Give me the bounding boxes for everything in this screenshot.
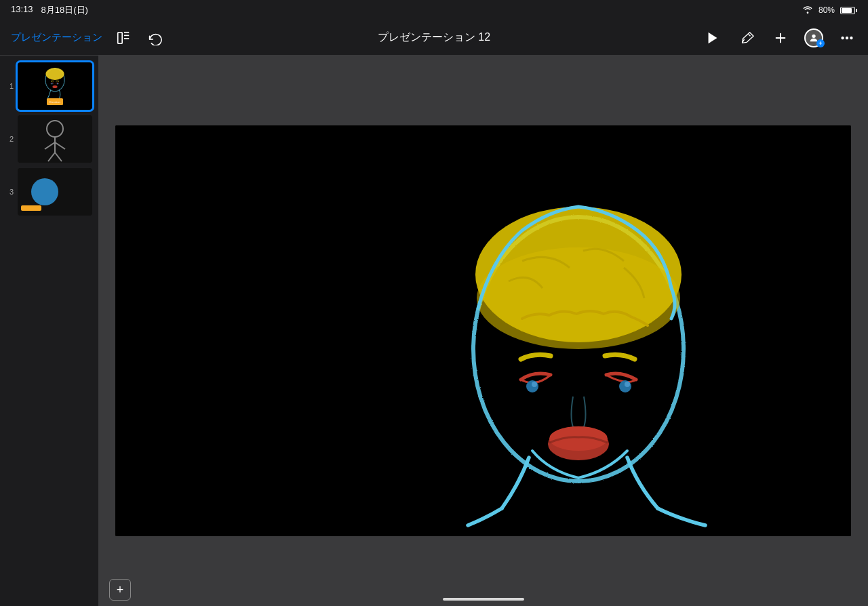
undo-button[interactable] — [144, 28, 165, 48]
battery-percentage: 80% — [818, 5, 835, 15]
svg-line-5 — [749, 34, 751, 36]
slide-num-3: 3 — [4, 188, 14, 196]
slide-thumbnail-3[interactable]: 3 — [0, 167, 98, 217]
battery-icon — [840, 7, 857, 14]
draw-button[interactable] — [736, 28, 757, 48]
svg-rect-30 — [115, 125, 851, 536]
svg-point-33 — [477, 247, 680, 349]
thumb-img-2 — [18, 115, 92, 163]
slide-canvas[interactable]: Emotion — [115, 125, 851, 536]
svg-rect-0 — [118, 32, 122, 43]
slide-num-2: 2 — [4, 135, 14, 143]
svg-point-9 — [842, 37, 844, 39]
thumb-img-1: Emotion — [18, 62, 92, 110]
svg-point-11 — [850, 37, 852, 39]
svg-point-16 — [57, 83, 58, 85]
svg-point-17 — [52, 85, 57, 88]
toolbar: プレゼンテーション プレゼンテーション 12 — [0, 20, 868, 56]
svg-marker-4 — [709, 32, 717, 43]
svg-point-37 — [625, 382, 630, 387]
bottom-bar: + — [98, 579, 868, 606]
add-slide-button[interactable]: + — [109, 579, 131, 601]
time: 13:13 — [11, 4, 33, 16]
svg-point-35 — [532, 382, 537, 387]
svg-point-15 — [52, 83, 53, 85]
thumb-img-3 — [18, 168, 92, 216]
svg-point-36 — [619, 380, 631, 392]
add-button[interactable] — [770, 28, 791, 48]
svg-point-8 — [812, 34, 815, 37]
app-label[interactable]: プレゼンテーション — [11, 31, 102, 44]
slide-num-1: 1 — [4, 82, 14, 90]
svg-point-34 — [526, 380, 538, 392]
panel-toggle-button[interactable] — [113, 28, 134, 48]
home-indicator — [443, 598, 524, 601]
play-button[interactable] — [703, 28, 723, 48]
more-button[interactable] — [837, 28, 857, 48]
status-bar: 13:13 8月18日(日) 80% — [0, 0, 868, 20]
svg-point-28 — [31, 178, 58, 205]
slide-panel: 1 — [0, 56, 98, 606]
avatar-plus-icon: + — [816, 39, 825, 47]
wifi-icon — [802, 5, 813, 16]
slide-content-area: Emotion + — [98, 56, 868, 606]
avatar-button[interactable]: + — [804, 28, 823, 47]
svg-rect-29 — [21, 205, 41, 211]
svg-point-10 — [846, 37, 848, 39]
svg-text:Emotion: Emotion — [50, 100, 61, 104]
slide-thumbnail-1[interactable]: 1 — [0, 61, 98, 111]
main-area: 1 — [0, 56, 868, 606]
date: 8月18日(日) — [41, 4, 88, 16]
slide-thumbnail-2[interactable]: 2 — [0, 114, 98, 164]
svg-point-14 — [45, 68, 64, 80]
presentation-title: プレゼンテーション 12 — [378, 31, 490, 45]
